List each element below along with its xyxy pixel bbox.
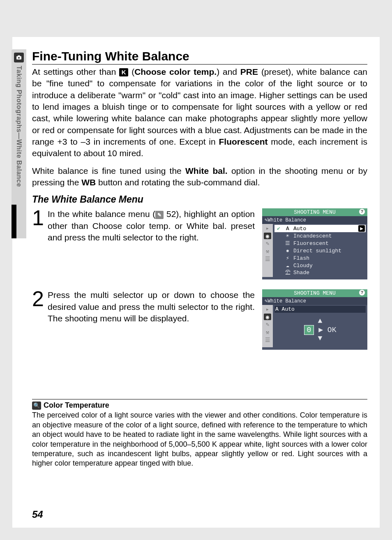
ok-label: OK	[327, 326, 337, 334]
shooting-tab-icon: ◉	[264, 314, 271, 320]
list-tab-icon: ☰	[265, 337, 270, 344]
k-icon: K	[119, 68, 128, 76]
setup-tab-icon: ⚒	[266, 329, 269, 336]
note-text: The perceived color of a light source va…	[32, 411, 367, 468]
note-title: 🔍 Color Temperature	[32, 401, 367, 410]
tip-icon: 🔍	[32, 402, 41, 410]
lcd-subtitle: ✎White Balance	[262, 216, 367, 224]
setup-tab-icon: ⚒	[266, 248, 269, 255]
paragraph-2: White balance is fine tuned using the Wh…	[32, 165, 367, 189]
lcd-menu-item: ✔AAuto▶	[274, 225, 366, 232]
step-text: In the white balance menu (✎ 52), highli…	[48, 208, 262, 243]
svg-rect-2	[18, 55, 20, 57]
lcd-tab-strip: ▸ ◉ ✎ ⚒ ☰	[262, 305, 273, 347]
lcd-menu-item: ☀Incandescent	[274, 232, 366, 240]
svg-point-1	[18, 57, 20, 59]
step-1: 1 In the white balance menu (✎ 52), high…	[32, 208, 367, 279]
pencil-tab-icon: ✎	[266, 240, 269, 247]
pencil-tab-icon: ✎	[266, 321, 269, 328]
page-number: 54	[32, 509, 43, 520]
step-number: 2	[32, 289, 45, 309]
paragraph-1: At settings other than K (Choose color t…	[32, 66, 367, 159]
page-edge-mark	[12, 205, 16, 238]
help-icon: ?	[359, 209, 365, 215]
content-area: Fine-Tuning White Balance At settings ot…	[32, 37, 380, 468]
help-icon: ?	[359, 290, 365, 295]
lcd-adjust-panel: A Auto ▲ 0 ▶ OK ▼	[273, 305, 367, 347]
lcd-subtitle: ✎White Balance	[262, 297, 367, 305]
lcd-tab-strip: ▸ ◉ ✎ ⚒ ☰	[262, 224, 273, 277]
lcd-menu-list: ✔AAuto▶ ☀Incandescent ☰Fluorescent ✹Dire…	[273, 224, 367, 277]
section-tab-label: Taking Photographs—White Balance	[15, 66, 23, 187]
page-ref-icon: ✎	[155, 211, 164, 219]
subheading: The White Balance Menu	[32, 194, 367, 205]
lcd-menu-item: ☁Cloudy	[274, 262, 366, 269]
lcd-header: SHOOTING MENU?	[262, 208, 367, 216]
list-tab-icon: ☰	[265, 256, 270, 263]
manual-page: Taking Photographs—White Balance Fine-Tu…	[12, 37, 380, 528]
camera-icon	[14, 53, 24, 62]
note-box: 🔍 Color Temperature The perceived color …	[32, 399, 367, 468]
lcd-screenshot-1: SHOOTING MENU? ✎White Balance ▸ ◉ ✎ ⚒ ☰ …	[262, 208, 367, 279]
adjust-value: 0	[304, 325, 314, 335]
playback-tab-icon: ▸	[266, 225, 269, 232]
lcd-screenshot-2: SHOOTING MENU? ✎White Balance ▸ ◉ ✎ ⚒ ☰ …	[262, 289, 367, 350]
page-title: Fine-Tuning White Balance	[32, 49, 367, 65]
playback-tab-icon: ▸	[266, 306, 269, 313]
lcd-menu-item: ⛱Shade	[274, 269, 366, 276]
down-arrow-icon: ▼	[274, 334, 366, 342]
up-arrow-icon: ▲	[274, 317, 366, 325]
lcd-menu-item: ⚡Flash	[274, 254, 366, 262]
chevron-right-icon: ▶	[358, 225, 365, 232]
lcd-menu-item: ✹Direct sunlight	[274, 247, 366, 254]
step-text: Press the multi selector up or down to c…	[48, 289, 262, 324]
step-number: 1	[32, 208, 45, 228]
step-2: 2 Press the multi selector up or down to…	[32, 289, 367, 350]
lcd-header: SHOOTING MENU?	[262, 289, 367, 297]
lcd-menu-item: ☰Fluorescent	[274, 240, 366, 247]
shooting-tab-icon: ◉	[264, 233, 271, 239]
